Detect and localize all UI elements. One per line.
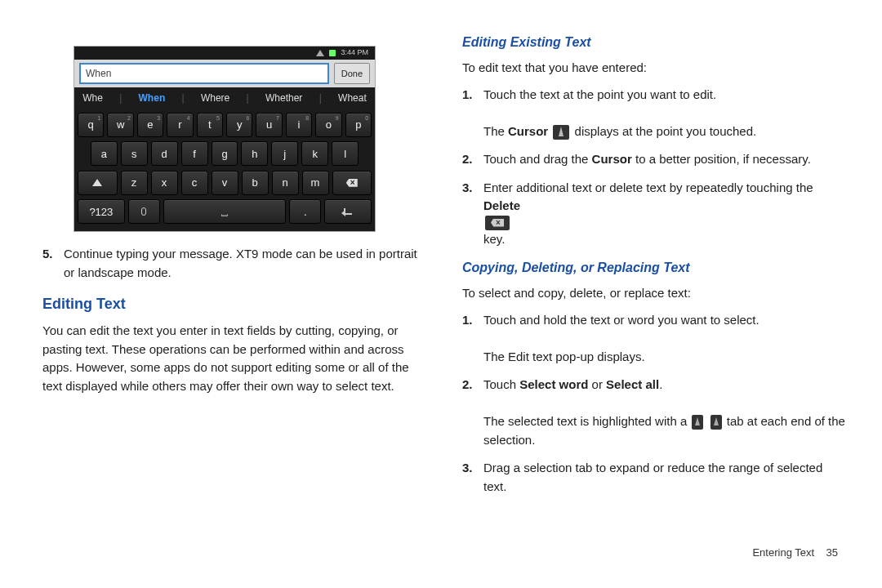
suggestion-separator: | [119,91,122,105]
return-icon [344,208,352,215]
backspace-icon [346,179,358,187]
selection-tab-left-icon [692,415,703,430]
subsection-intro: To select and copy, delete, or replace t… [462,284,848,303]
key-k[interactable]: k [301,141,328,166]
suggestion-separator: | [182,91,185,105]
bold-text: Cursor [508,124,548,138]
key-n[interactable]: n [272,171,299,195]
list-item: 2. Touch Select word or Select all. The … [462,376,848,449]
list-item: 3. Drag a selection tab to expand or red… [462,459,848,496]
step-text: Continue typing your message. XT9 mode c… [64,245,428,282]
key-w[interactable]: w2 [107,113,133,137]
step-number: 5. [42,245,64,282]
section-heading: Editing Text [42,293,428,315]
inline-text: . [659,377,662,391]
inline-text: Enter additional text or delete text by … [483,180,813,194]
step-text: Drag a selection tab to expand or reduce… [483,459,848,496]
key-i[interactable]: i8 [286,113,312,137]
key-x[interactable]: x [151,171,178,195]
list-item: 3. Enter additional text or delete text … [462,179,848,249]
inline-text: The Edit text pop-up displays. [483,350,645,363]
inline-text: Touch and drag the [483,152,592,166]
keyboard-row-4: ?123⎵. [78,199,372,224]
input-row: When Done [74,60,375,87]
key-e[interactable]: e3 [137,113,163,137]
left-column: 3:44 PM When Done Whe|When|Where|Whether… [42,33,428,506]
step-number: 3. [462,459,483,496]
suggestion-separator: | [247,91,249,105]
subsection-heading: Editing Existing Text [462,33,848,52]
suggestion-item[interactable]: Whe [82,91,103,105]
inline-text: The [483,124,508,138]
footer-page-number: 35 [826,546,838,559]
section-paragraph: You can edit the text you enter in text … [42,322,428,395]
backspace-key[interactable] [332,171,372,195]
key-j[interactable]: j [271,141,298,166]
step-text: Touch the text at the point you want to … [483,87,716,101]
subsection-intro: To edit text that you have entered: [462,59,848,78]
key-p[interactable]: p0 [345,113,372,137]
shift-key[interactable] [78,171,118,195]
key-m[interactable]: m [302,171,329,195]
delete-key-icon [485,216,510,230]
key-o[interactable]: o9 [315,113,341,137]
battery-icon [329,50,336,56]
keyboard-row-1: q1w2e3r4t5y6u7i8o9p0 [78,113,372,137]
return-key[interactable] [324,199,372,224]
phone-screenshot: 3:44 PM When Done Whe|When|Where|Whether… [74,46,376,232]
key-r[interactable]: r4 [167,113,193,137]
suggestion-item[interactable]: When [139,91,166,105]
key-c[interactable]: c [181,171,208,195]
bold-text: Cursor [592,152,632,166]
shift-icon [92,179,102,186]
done-button[interactable]: Done [334,63,370,85]
cursor-icon [553,125,569,140]
step-number: 2. [462,150,483,169]
key-h[interactable]: h [241,141,268,166]
key-u[interactable]: u7 [256,113,282,137]
subsection-heading: Copying, Deleting, or Replacing Text [462,258,848,278]
key-s[interactable]: s [121,141,148,166]
suggestion-item[interactable]: Whether [265,91,302,105]
key-l[interactable]: l [332,141,359,166]
inline-text: displays at the point you touched. [575,124,757,138]
mic-key[interactable] [128,199,160,224]
right-column: Editing Existing Text To edit text that … [462,33,848,506]
inline-text: key. [483,232,505,246]
text-input[interactable]: When [79,63,329,84]
key-v[interactable]: v [212,171,238,195]
step-text: Touch and hold the text or word you want… [483,313,760,327]
step-number: 1. [462,311,483,367]
bold-text: Delete [483,198,520,212]
key-g[interactable]: g [212,141,238,166]
status-bar: 3:44 PM [74,47,375,60]
key-t[interactable]: t5 [197,113,223,137]
list-item: 2. Touch and drag the Cursor to a better… [462,150,848,169]
bold-text: Select word [519,377,588,391]
key-z[interactable]: z [121,171,148,195]
suggestion-separator: | [319,91,322,105]
inline-text: to a better position, if necessary. [632,152,811,166]
keyboard-row-2: asdfghjkl [78,141,372,166]
status-time: 3:44 PM [341,47,368,59]
suggestion-item[interactable]: Wheat [338,91,367,105]
suggestion-item[interactable]: Where [201,91,229,105]
keyboard-row-3: zxcvbnm [78,171,372,195]
key-f[interactable]: f [181,141,208,166]
selection-tab-right-icon [710,415,722,430]
keyboard: q1w2e3r4t5y6u7i8o9p0 asdfghjkl zxcvbnm ?… [74,109,375,231]
bold-text: Select all [606,377,659,391]
symbols-key[interactable]: ?123 [78,199,125,224]
period-key[interactable]: . [289,199,321,224]
key-y[interactable]: y6 [226,113,252,137]
key-d[interactable]: d [151,141,178,166]
step-number: 1. [462,86,483,141]
key-b[interactable]: b [242,171,269,195]
suggestion-bar: Whe|When|Where|Whether|Wheat [74,87,375,109]
key-q[interactable]: q1 [78,113,104,137]
mic-icon [141,207,146,216]
key-a[interactable]: a [91,141,118,166]
step-number: 2. [462,376,483,449]
space-key[interactable]: ⎵ [163,199,286,224]
list-item: 1. Touch the text at the point you want … [462,86,848,141]
